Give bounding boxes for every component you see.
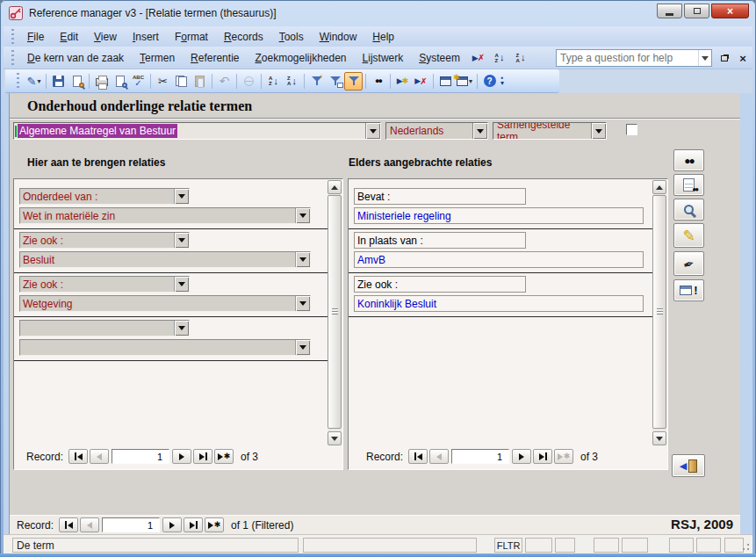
term-checkbox[interactable] bbox=[626, 124, 637, 135]
print-button[interactable] bbox=[92, 72, 111, 90]
design-view-button[interactable]: ✎▾ bbox=[25, 72, 43, 90]
close-button[interactable]: × bbox=[711, 4, 749, 18]
relation-type-dropdown[interactable] bbox=[174, 233, 189, 248]
term-combo-dropdown[interactable] bbox=[365, 123, 380, 139]
first-record-button[interactable] bbox=[68, 449, 88, 464]
next-record-button[interactable] bbox=[172, 449, 191, 464]
menu-item-edit[interactable]: Edit bbox=[52, 29, 86, 45]
next-record-button[interactable] bbox=[512, 449, 531, 464]
relation-term-textbox[interactable]: Koninklijk Besluit bbox=[354, 295, 644, 312]
spelling-button[interactable]: ABC✓ bbox=[129, 72, 148, 90]
relation-type-combo[interactable]: Zie ook : bbox=[19, 232, 190, 249]
toolbar-drag-handle[interactable] bbox=[11, 29, 14, 43]
relation-type-textbox[interactable]: In plaats van : bbox=[354, 232, 526, 249]
previous-record-button[interactable] bbox=[80, 517, 99, 532]
relation-term-dropdown[interactable] bbox=[295, 296, 310, 311]
record-number-input[interactable] bbox=[451, 449, 509, 464]
copy-button[interactable] bbox=[172, 72, 191, 90]
menu-item-tools[interactable]: Tools bbox=[271, 29, 312, 45]
close-child-window-button[interactable]: × bbox=[735, 51, 751, 65]
scroll-down-button[interactable] bbox=[652, 431, 666, 445]
help-search-input[interactable] bbox=[557, 52, 698, 64]
first-record-button[interactable] bbox=[59, 517, 78, 532]
database-window-button[interactable] bbox=[436, 72, 455, 90]
menu-item-zoekmogelijkheden[interactable]: Zoekmogelijkheden bbox=[247, 50, 354, 66]
save-button[interactable] bbox=[49, 72, 68, 90]
menu-item-window[interactable]: Window bbox=[312, 29, 365, 45]
toolbar-options-button[interactable]: ▪▾ bbox=[500, 76, 504, 87]
undo-button[interactable]: ↶ bbox=[215, 72, 234, 90]
edit-button[interactable]: ✎ bbox=[673, 223, 704, 248]
term-type-combo[interactable]: Samengestelde term bbox=[493, 122, 607, 140]
next-record-button[interactable] bbox=[162, 517, 182, 532]
relation-term-combo[interactable] bbox=[19, 339, 311, 356]
vertical-scrollbar[interactable] bbox=[652, 180, 666, 445]
first-record-button[interactable] bbox=[408, 449, 428, 464]
delete-record-button[interactable]: ▶✗ bbox=[412, 72, 430, 90]
menu-item-referentie[interactable]: Referentie bbox=[183, 50, 247, 66]
hyperlink-button[interactable] bbox=[240, 72, 258, 90]
relation-term-dropdown[interactable] bbox=[295, 252, 310, 267]
resize-grip[interactable] bbox=[740, 541, 751, 552]
relation-type-dropdown[interactable] bbox=[174, 277, 189, 292]
remove-filter-sort-button[interactable]: ▶✗ bbox=[469, 49, 488, 67]
find-button[interactable]: ●● bbox=[369, 72, 387, 90]
new-record-button[interactable]: ✱ bbox=[214, 449, 234, 464]
menu-item-lijstwerk[interactable]: Lijstwerk bbox=[355, 50, 412, 66]
new-object-button[interactable]: ✱▾ bbox=[455, 72, 474, 90]
menu-item-insert[interactable]: Insert bbox=[125, 29, 167, 45]
relation-type-dropdown[interactable] bbox=[174, 189, 189, 204]
menu-item-view[interactable]: View bbox=[86, 29, 125, 45]
sign-button[interactable]: ✒ bbox=[673, 251, 704, 276]
previous-record-button[interactable] bbox=[429, 449, 449, 464]
relation-term-combo[interactable]: Besluit bbox=[19, 251, 311, 268]
toolbar-drag-handle[interactable] bbox=[11, 50, 14, 66]
scroll-up-button[interactable] bbox=[652, 180, 666, 194]
term-combo[interactable]: Algemene Maatregel van Bestuur bbox=[13, 122, 381, 140]
sort-ascending-button[interactable]: AZ↓ bbox=[490, 49, 509, 67]
filter-by-form-button[interactable] bbox=[326, 72, 344, 90]
language-combo[interactable]: Nederlands bbox=[385, 122, 488, 140]
relation-term-textbox[interactable]: AmvB bbox=[354, 251, 644, 268]
relation-type-dropdown[interactable] bbox=[174, 321, 189, 336]
sort-ascending-button[interactable]: AZ↓ bbox=[264, 72, 283, 90]
file-search-button[interactable] bbox=[68, 72, 86, 90]
last-record-button[interactable] bbox=[193, 449, 212, 464]
record-number-input[interactable] bbox=[112, 449, 169, 464]
new-record-button[interactable]: ✱ bbox=[205, 517, 224, 532]
preview-report-button[interactable]: ●● bbox=[673, 174, 704, 196]
menu-item-file[interactable]: File bbox=[19, 29, 52, 45]
menu-item-format[interactable]: Format bbox=[167, 29, 216, 45]
menu-item-termen[interactable]: Termen bbox=[132, 50, 183, 66]
vertical-scrollbar[interactable] bbox=[328, 180, 342, 445]
cut-button[interactable]: ✂ bbox=[154, 72, 172, 90]
toolbar-drag-handle[interactable] bbox=[17, 73, 19, 89]
help-search-combo[interactable] bbox=[556, 49, 712, 67]
paste-button[interactable] bbox=[191, 72, 209, 90]
scroll-thumb[interactable] bbox=[328, 195, 342, 429]
menu-item-de-kern-van-de-zaak[interactable]: De kern van de zaak bbox=[19, 50, 132, 66]
relation-type-combo[interactable] bbox=[19, 320, 190, 336]
relation-type-combo[interactable]: Zie ook : bbox=[19, 276, 190, 293]
minimize-button[interactable] bbox=[657, 4, 682, 18]
form-properties-button[interactable]: ! bbox=[673, 279, 704, 301]
relation-type-combo[interactable]: Onderdeel van : bbox=[19, 188, 190, 205]
new-record-button[interactable]: ▶✱ bbox=[393, 72, 412, 90]
help-button[interactable]: ? bbox=[480, 72, 499, 90]
relation-term-combo[interactable]: Wet in materiële zin bbox=[19, 207, 311, 224]
relation-term-textbox[interactable]: Ministeriele regeling bbox=[354, 207, 644, 224]
relation-type-textbox[interactable]: Zie ook : bbox=[354, 276, 526, 293]
last-record-button[interactable] bbox=[533, 449, 552, 464]
menu-item-help[interactable]: Help bbox=[364, 29, 402, 45]
previous-record-button[interactable] bbox=[90, 449, 109, 464]
new-record-button[interactable]: ✱ bbox=[554, 449, 573, 464]
filter-by-selection-button[interactable]: ⚡ bbox=[307, 72, 326, 90]
last-record-button[interactable] bbox=[184, 517, 203, 532]
scroll-down-button[interactable] bbox=[328, 431, 342, 445]
scroll-thumb[interactable] bbox=[652, 195, 666, 429]
print-preview-button[interactable] bbox=[111, 72, 129, 90]
apply-filter-button[interactable] bbox=[344, 72, 363, 90]
help-search-dropdown[interactable] bbox=[698, 50, 711, 66]
relation-term-dropdown[interactable] bbox=[295, 208, 310, 223]
relation-term-dropdown[interactable] bbox=[295, 340, 310, 355]
